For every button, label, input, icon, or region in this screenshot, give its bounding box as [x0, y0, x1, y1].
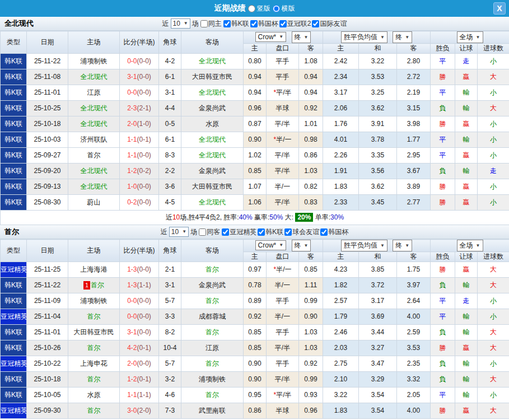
- team-section: 全北现代 近 10 ▼ 场 同主 韩K联韩国杯亚冠联2国际友谊: [0, 17, 509, 225]
- home-team-label: 上海申花: [81, 360, 108, 367]
- crow-away-odds: 0.96: [299, 403, 323, 419]
- same-venue-checkbox[interactable]: [199, 228, 206, 236]
- crow-home-odds: 0.96: [244, 101, 267, 116]
- score-main: 0-2: [127, 198, 137, 206]
- league-filter[interactable]: 国际友谊: [312, 19, 347, 29]
- avg-select[interactable]: 胜平负均值▼: [341, 240, 387, 251]
- same-venue-filter[interactable]: 同客: [199, 227, 220, 237]
- match-row: 韩K联 25-10-25 全北现代 2-3(2-1) 4-4 金泉尚武 0.96…: [1, 101, 509, 116]
- col-header-crow-away: 客: [299, 252, 323, 262]
- league-filter[interactable]: 亚冠联2: [279, 19, 311, 29]
- filters: 近 10 ▼ 场 同客 亚冠精英韩K联球会友谊韩国杯: [161, 227, 348, 237]
- same-venue-label: 同客: [207, 227, 220, 237]
- away-team-cell: 金泉尚武: [181, 164, 244, 179]
- corner-cell: 2-1: [159, 262, 181, 278]
- bookmaker-select[interactable]: Crow*▼: [255, 240, 287, 250]
- avg-home-odds: 1.83: [323, 403, 359, 419]
- goals-result-cell: 小: [478, 132, 509, 148]
- same-venue-filter[interactable]: 同主: [200, 19, 222, 29]
- score-cell: 3-0(2-0): [120, 403, 159, 419]
- date-cell: 25-11-08: [27, 69, 68, 85]
- goals-result-cell: 小: [478, 195, 509, 211]
- layout-radio-horizontal[interactable]: [273, 5, 280, 12]
- bookmaker-select-value: Crow*: [258, 241, 277, 249]
- corner-cell: 7-3: [159, 403, 181, 419]
- avg-draw-odds: 3.72: [359, 278, 397, 293]
- match-row: 韩K联 25-11-01 大田韩亚市民 3-1(0-0) 8-2 首尔 0.85…: [1, 325, 509, 340]
- home-team-cell: 水原: [68, 388, 120, 403]
- league-filter-checkbox[interactable]: [258, 228, 265, 236]
- avg-select-value: 胜平负均值: [344, 32, 377, 42]
- avg-select[interactable]: 胜平负均值▼: [341, 31, 387, 43]
- layout-radio-vertical[interactable]: [248, 5, 255, 12]
- bookmaker-select[interactable]: Crow*▼: [255, 32, 287, 42]
- handicap-cell: *半/一: [267, 132, 299, 148]
- league-filter[interactable]: 韩国杯: [250, 19, 278, 29]
- league-filter[interactable]: 韩国杯: [320, 227, 348, 237]
- score-main: 3-0: [127, 407, 137, 414]
- col-header-result: 胜负: [431, 44, 455, 54]
- score-main: 0-0: [127, 297, 137, 305]
- league-filter-checkbox[interactable]: [223, 20, 231, 27]
- near-label: 近: [161, 227, 167, 237]
- crow-final-select[interactable]: 终▼: [292, 240, 311, 251]
- crow-final-select-value: 终: [295, 241, 301, 250]
- home-team-cell: 首尔: [68, 148, 120, 164]
- avg-final-select[interactable]: 终▼: [393, 240, 412, 251]
- league-filter-checkbox[interactable]: [320, 228, 328, 236]
- league-filter-checkbox[interactable]: [279, 20, 287, 27]
- games-count-select[interactable]: 10 ▼: [171, 18, 190, 29]
- close-button[interactable]: X: [493, 2, 506, 15]
- league-filter[interactable]: 球会友谊: [284, 227, 319, 237]
- games-count-select[interactable]: 10 ▼: [169, 227, 189, 237]
- goals-result-cell: 大: [478, 101, 509, 116]
- score-main: 0-0: [127, 88, 137, 96]
- date-cell: 25-11-09: [27, 293, 68, 309]
- league-filter-checkbox[interactable]: [222, 228, 229, 236]
- result-cell: 負: [431, 164, 455, 179]
- match-row: 亚冠精英 25-11-25 上海海港 1-3(0-0) 2-1 首尔 0.97 …: [1, 262, 509, 278]
- handicap-cell: 平/半: [267, 195, 299, 211]
- scope-select[interactable]: 全场▼: [457, 240, 483, 251]
- league-filter[interactable]: 韩K联: [258, 227, 283, 237]
- avg-final-select[interactable]: 终▼: [393, 31, 412, 43]
- away-team-label: 首尔: [206, 297, 219, 305]
- sections-container: 全北现代 近 10 ▼ 场 同主 韩K联韩国杯亚冠联2国际友谊: [0, 17, 509, 419]
- avg-draw-odds: 3.91: [359, 116, 397, 132]
- home-team-label: 全北现代: [81, 73, 108, 81]
- league-filter-checkbox[interactable]: [250, 20, 258, 27]
- league-filter-checkbox[interactable]: [284, 228, 292, 236]
- layout-option-horizontal[interactable]: 横版: [273, 4, 295, 13]
- league-filter-checkbox[interactable]: [312, 20, 319, 27]
- score-half: (0-1): [137, 344, 151, 352]
- avg-final-select-value: 终: [395, 241, 402, 250]
- col-header-avg-away: 客: [397, 44, 431, 54]
- date-cell: 25-11-22: [27, 54, 68, 69]
- score-main: 0-0: [127, 57, 137, 65]
- avg-home-odds: 2.34: [323, 69, 359, 85]
- odds-changed-star: *: [273, 391, 276, 399]
- avg-draw-odds: 3.22: [359, 54, 397, 69]
- scope-select[interactable]: 全场▼: [457, 31, 483, 43]
- corner-cell: 6-1: [159, 132, 181, 148]
- same-venue-checkbox[interactable]: [200, 20, 208, 27]
- league-filter[interactable]: 亚冠精英: [222, 227, 256, 237]
- crow-final-select[interactable]: 终▼: [292, 31, 311, 43]
- crow-away-odds: 1.11: [299, 278, 323, 293]
- result-cell: 負: [431, 356, 455, 372]
- date-cell: 25-10-22: [27, 356, 68, 372]
- score-half: (0-0): [137, 88, 151, 96]
- handicap-cell: 平/半: [267, 116, 299, 132]
- score-cell: 2-0(1-0): [120, 116, 159, 132]
- match-row: 韩K联 25-11-22 1首尔 1-3(1-1) 3-1 金泉尚武 0.78 …: [1, 278, 509, 293]
- avg-home-odds: 2.33: [323, 195, 359, 211]
- col-header-crow-home: 主: [244, 252, 267, 262]
- avg-away-odds: 4.00: [397, 309, 431, 325]
- league-filter[interactable]: 韩K联: [223, 19, 249, 29]
- score-main: 2-0: [127, 360, 137, 367]
- away-team-cell: 首尔: [181, 356, 244, 372]
- away-team-cell: 全北现代: [181, 148, 244, 164]
- home-team-cell: 济州联队: [68, 132, 120, 148]
- match-row: 韩K联 25-10-03 济州联队 1-1(0-1) 6-1 全北现代 0.90…: [1, 132, 509, 148]
- layout-option-vertical[interactable]: 竖版: [248, 4, 270, 13]
